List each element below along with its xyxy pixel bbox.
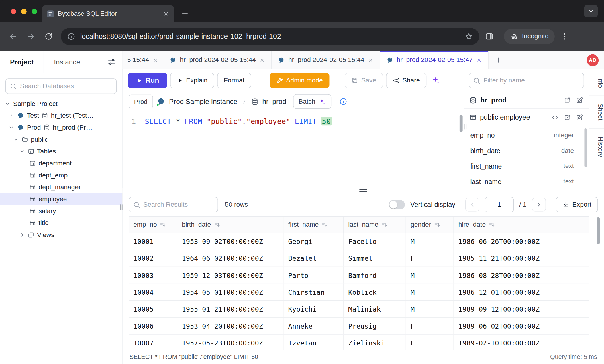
tree-item-views-group[interactable]: Views	[0, 229, 122, 241]
run-button[interactable]: Run	[128, 73, 167, 88]
cell[interactable]: M	[406, 284, 454, 300]
code-icon[interactable]	[551, 114, 559, 121]
cell[interactable]: Facello	[344, 233, 406, 250]
cell[interactable]: 10004	[129, 284, 177, 300]
cell[interactable]: 10007	[129, 335, 177, 350]
cell[interactable]: Simmel	[344, 250, 406, 267]
cell[interactable]: M	[406, 301, 454, 317]
results-scrollbar[interactable]	[597, 217, 600, 244]
cell[interactable]: 1959-12-03T00:00:00Z	[177, 267, 283, 284]
chevron-right-icon[interactable]	[9, 113, 14, 118]
browser-menu-button[interactable]	[557, 29, 572, 44]
cell[interactable]: Chirstian	[283, 284, 344, 300]
tree-item-table-title[interactable]: title	[0, 217, 122, 229]
address-bar[interactable]: localhost:8080/sql-editor/prod-sample-in…	[61, 28, 479, 45]
reload-button[interactable]	[41, 29, 56, 44]
cell[interactable]: 1989-02-10T00:00:00Z	[454, 335, 560, 350]
database-name[interactable]: hr_prod	[262, 98, 286, 106]
next-page-button[interactable]	[532, 198, 546, 211]
sort-icon[interactable]	[489, 221, 495, 228]
tree-item-table-department[interactable]: department	[0, 157, 122, 169]
cell[interactable]: Maliniak	[344, 301, 406, 317]
external-link-icon[interactable]	[564, 114, 571, 121]
batch-button[interactable]: Batch	[293, 94, 331, 109]
export-button[interactable]: Export	[556, 197, 598, 212]
cell[interactable]: Preusig	[344, 318, 406, 334]
admin-mode-button[interactable]: Admin mode	[270, 73, 330, 88]
cell[interactable]: 1989-09-12T00:00:00Z	[454, 301, 560, 317]
cell[interactable]: 1955-01-21T00:00:00Z	[177, 301, 283, 317]
instance-name[interactable]: Prod Sample Instance	[169, 98, 237, 106]
tree-item-table-dept-manager[interactable]: dept_manager	[0, 181, 122, 193]
results-search-input[interactable]	[143, 201, 214, 209]
schema-filter[interactable]	[469, 73, 584, 88]
cell[interactable]: M	[406, 267, 454, 284]
schema-table-row[interactable]: public.employee	[464, 109, 589, 126]
rail-tab-sheet[interactable]: Sheet	[589, 96, 604, 129]
save-button[interactable]: Save	[345, 73, 383, 88]
tree-item-prod-instance[interactable]: Prod hr_prod (Pr…	[0, 122, 122, 134]
window-zoom-button[interactable]	[32, 9, 37, 14]
database-search[interactable]	[5, 78, 117, 94]
worksheet-tab[interactable]: hr_prod 2024-02-05 15:44	[163, 51, 272, 69]
prev-page-button[interactable]	[465, 198, 479, 211]
cell[interactable]: 10005	[129, 301, 177, 317]
tree-item-tables-group[interactable]: Tables	[0, 145, 122, 157]
tab-instance[interactable]: Instance	[44, 51, 90, 73]
back-button[interactable]	[5, 29, 21, 44]
cell[interactable]: 1985-11-21T00:00:00Z	[454, 250, 560, 267]
ai-assistant-button[interactable]	[431, 76, 440, 85]
close-icon[interactable]	[368, 57, 374, 63]
add-worksheet-button[interactable]	[489, 51, 509, 69]
user-avatar[interactable]: AD	[587, 54, 599, 66]
tree-item-project[interactable]: Sample Project	[0, 98, 122, 110]
cell[interactable]: 10006	[129, 318, 177, 334]
rail-tab-history[interactable]: History	[589, 129, 604, 165]
sort-icon[interactable]	[381, 221, 388, 228]
column-header[interactable]: hire_date	[454, 217, 560, 233]
tab-search-button[interactable]	[584, 5, 598, 17]
cell[interactable]: 1986-06-26T00:00:00Z	[454, 233, 560, 250]
explain-button[interactable]: Explain	[170, 73, 214, 88]
tab-project[interactable]: Project	[0, 51, 44, 73]
vertical-display-toggle[interactable]	[389, 200, 405, 209]
chevron-down-icon[interactable]	[5, 101, 10, 106]
sort-icon[interactable]	[214, 221, 220, 228]
tree-item-table-employee[interactable]: employee	[0, 193, 122, 205]
chevron-down-icon[interactable]	[9, 125, 14, 130]
results-search[interactable]	[129, 197, 218, 212]
cell[interactable]: 1989-06-02T00:00:00Z	[454, 318, 560, 334]
site-info-icon[interactable]	[67, 32, 76, 41]
sort-icon[interactable]	[434, 221, 440, 228]
cell[interactable]: Georgi	[283, 233, 344, 250]
side-panel-button[interactable]	[481, 29, 497, 44]
forward-button[interactable]	[23, 29, 39, 44]
cell[interactable]: Koblick	[344, 284, 406, 300]
close-icon[interactable]	[476, 57, 482, 63]
column-header[interactable]: birth_date	[177, 217, 283, 233]
cell[interactable]: 1964-06-02T00:00:00Z	[177, 250, 283, 267]
schema-column-row[interactable]: first_name text	[464, 159, 589, 174]
cell[interactable]: Anneke	[283, 318, 344, 334]
page-number-input[interactable]	[485, 197, 514, 212]
cell[interactable]: 1954-05-01T00:00:00Z	[177, 284, 283, 300]
bookmark-star-icon[interactable]	[464, 32, 473, 41]
browser-tab[interactable]: Bytebase SQL Editor	[42, 5, 174, 22]
column-header[interactable]: emp_no	[129, 217, 177, 233]
sidebar-resize-handle[interactable]	[120, 204, 122, 210]
chevron-down-icon[interactable]	[13, 136, 19, 142]
cell[interactable]: F	[406, 335, 454, 350]
cell[interactable]: 1953-04-20T00:00:00Z	[177, 318, 283, 334]
chevron-down-icon[interactable]	[19, 149, 25, 154]
cell[interactable]: 10001	[129, 233, 177, 250]
column-header[interactable]: last_name	[344, 217, 406, 233]
tree-item-schema-public[interactable]: public	[0, 134, 122, 146]
tab-close-icon[interactable]	[163, 11, 169, 17]
cell[interactable]: Bezalel	[283, 250, 344, 267]
cell[interactable]: 10002	[129, 250, 177, 267]
cell[interactable]: 1957-05-23T00:00:00Z	[177, 335, 283, 350]
edit-icon[interactable]	[576, 114, 583, 121]
splitter-handle[interactable]	[359, 189, 367, 193]
cell[interactable]: M	[406, 233, 454, 250]
close-icon[interactable]	[259, 57, 265, 63]
